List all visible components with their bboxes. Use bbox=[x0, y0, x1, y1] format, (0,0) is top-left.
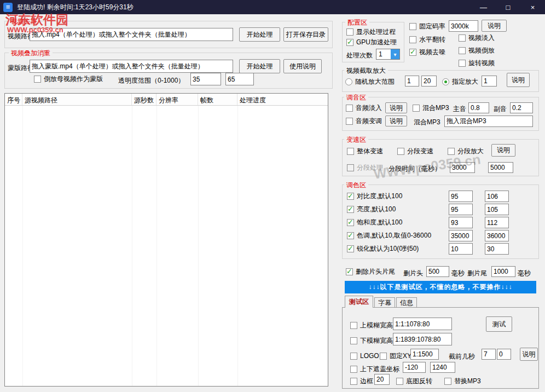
fixed-bitrate-checkbox[interactable]: 固定码率 bbox=[409, 22, 445, 31]
checkbox-box[interactable] bbox=[459, 34, 466, 42]
checkbox-box[interactable] bbox=[448, 148, 455, 155]
radio-circle[interactable] bbox=[442, 78, 449, 85]
cover-coord-input-1[interactable] bbox=[403, 362, 426, 373]
bitrate-help-button[interactable]: 说明 bbox=[482, 20, 507, 32]
checkbox-box[interactable] bbox=[346, 105, 353, 112]
opacity-max-input[interactable] bbox=[225, 73, 254, 85]
audio-fadein-checkbox[interactable]: 音频淡入 bbox=[346, 103, 382, 112]
checkbox-box[interactable] bbox=[350, 353, 357, 360]
random-zoom-min-input[interactable] bbox=[405, 76, 419, 87]
main-volume-input[interactable] bbox=[468, 102, 489, 113]
segment-speed-checkbox[interactable]: 分段变速 bbox=[397, 147, 433, 155]
cut-seconds-input-1[interactable] bbox=[482, 349, 496, 360]
test-button[interactable]: 测试 bbox=[486, 316, 512, 332]
checkbox-box[interactable] bbox=[409, 23, 416, 30]
hue-min-input[interactable] bbox=[449, 230, 473, 241]
flip-bg-checkbox[interactable]: 底图反转 bbox=[396, 377, 432, 385]
gpu-accel-checkbox[interactable]: GPU加速处理 bbox=[346, 38, 397, 47]
hue-max-input[interactable] bbox=[485, 230, 509, 241]
checkbox-box[interactable] bbox=[347, 232, 354, 239]
video-reverse-checkbox[interactable]: 视频倒放 bbox=[459, 46, 495, 55]
saturation-checkbox[interactable]: 饱和度,默认100 bbox=[347, 218, 402, 227]
audio-pitch-checkbox[interactable]: 音频变调 bbox=[346, 117, 382, 125]
checkbox-box[interactable] bbox=[347, 219, 354, 226]
segment-time-max-input[interactable] bbox=[488, 162, 513, 173]
checkbox-box[interactable] bbox=[350, 378, 357, 385]
trim-checkbox[interactable]: 删除片头片尾 bbox=[346, 267, 395, 276]
sub-volume-input[interactable] bbox=[510, 102, 533, 113]
checkbox-box[interactable] bbox=[347, 148, 354, 155]
tab-info[interactable]: 信息 bbox=[396, 297, 417, 308]
video-fadein-checkbox[interactable]: 视频淡入 bbox=[459, 33, 495, 42]
video-rotate-checkbox[interactable]: 旋转视频 bbox=[459, 59, 495, 67]
radio-circle[interactable] bbox=[345, 78, 352, 85]
app-menu-icon[interactable]: ≡ bbox=[3, 3, 13, 12]
chevron-down-icon[interactable]: ▾ bbox=[391, 49, 399, 59]
overlay-help-button[interactable]: 使用说明 bbox=[283, 59, 322, 73]
audio-pitch-help-button[interactable]: 说明 bbox=[385, 116, 407, 126]
checkbox-box[interactable] bbox=[459, 60, 466, 67]
close-button[interactable]: × bbox=[520, 0, 545, 14]
speed-help-button[interactable]: 说明 bbox=[491, 144, 515, 157]
hflip-checkbox[interactable]: 水平翻转 bbox=[409, 35, 445, 44]
logo-checkbox[interactable]: LOGO bbox=[350, 351, 379, 360]
checkbox-box[interactable] bbox=[409, 36, 416, 43]
brightness-max-input[interactable] bbox=[485, 204, 509, 215]
dedupe-start-button[interactable]: 开始处理 bbox=[239, 27, 280, 42]
segment-process-checkbox[interactable]: 分段处理 bbox=[347, 163, 383, 172]
checkbox-box[interactable] bbox=[346, 39, 353, 46]
checkbox-box[interactable] bbox=[397, 148, 404, 155]
whole-speed-checkbox[interactable]: 整体变速 bbox=[347, 147, 383, 155]
checkbox-box[interactable] bbox=[346, 268, 353, 275]
saturation-max-input[interactable] bbox=[485, 217, 509, 228]
reverse-mask-checkbox[interactable]: 倒放母视频作为蒙版 bbox=[34, 74, 103, 83]
checkbox-box[interactable] bbox=[409, 49, 416, 56]
top-blur-input[interactable] bbox=[393, 318, 452, 330]
fixed-zoom-radio[interactable]: 指定放大 bbox=[442, 77, 478, 86]
logo-help-button[interactable]: 说明 bbox=[520, 348, 538, 361]
checkbox-box[interactable] bbox=[347, 245, 354, 252]
opacity-min-input[interactable] bbox=[190, 73, 221, 85]
cover-coord-input-2[interactable] bbox=[430, 362, 455, 373]
fixed-xy-checkbox[interactable]: 固定XY bbox=[380, 351, 411, 360]
col-header-path[interactable]: 源视频路径 bbox=[22, 94, 132, 105]
checkbox-box[interactable] bbox=[380, 353, 387, 360]
video-path-input[interactable] bbox=[30, 28, 233, 41]
checkbox-box[interactable] bbox=[347, 206, 354, 213]
random-zoom-max-input[interactable] bbox=[421, 76, 437, 87]
audio-fadein-help-button[interactable]: 说明 bbox=[385, 102, 407, 113]
tab-test[interactable]: 测试区 bbox=[345, 296, 373, 308]
bottom-blur-input[interactable] bbox=[393, 333, 452, 345]
brightness-checkbox[interactable]: 亮度,默认100 bbox=[347, 205, 396, 214]
brightness-min-input[interactable] bbox=[449, 204, 473, 215]
fixed-zoom-input[interactable] bbox=[482, 76, 497, 87]
checkbox-box[interactable] bbox=[350, 366, 357, 373]
checkbox-box[interactable] bbox=[396, 378, 403, 385]
show-process-checkbox[interactable]: 显示处理过程 bbox=[346, 27, 396, 36]
checkbox-box[interactable] bbox=[347, 164, 354, 171]
checkbox-box[interactable] bbox=[34, 76, 41, 83]
checkbox-box[interactable] bbox=[350, 322, 357, 329]
saturation-min-input[interactable] bbox=[449, 217, 473, 228]
logo-input[interactable] bbox=[410, 349, 439, 360]
checkbox-box[interactable] bbox=[413, 105, 420, 112]
open-save-dir-button[interactable]: 打开保存目录 bbox=[283, 27, 328, 42]
sharpen-checkbox[interactable]: 锐化默认为10(0到50) bbox=[347, 244, 419, 253]
border-checkbox[interactable]: 边框 bbox=[350, 377, 373, 385]
denoise-checkbox[interactable]: 视频去噪 bbox=[409, 48, 445, 56]
maximize-button[interactable]: □ bbox=[496, 0, 520, 14]
col-header-progress[interactable]: 处理进度 bbox=[237, 94, 328, 105]
bottom-blur-checkbox[interactable]: 下模糊宽高 bbox=[350, 336, 393, 345]
mix-mp3-checkbox[interactable]: 混合MP3 bbox=[413, 103, 449, 112]
bitrate-input[interactable] bbox=[449, 20, 478, 32]
checkbox-box[interactable] bbox=[346, 118, 353, 125]
zoom-help-button[interactable]: 说明 bbox=[507, 73, 530, 87]
random-zoom-radio[interactable]: 随机放大范围 bbox=[345, 77, 395, 86]
video-list-table[interactable]: 序号 源视频路径 源秒数 分辨率 帧数 处理进度 bbox=[4, 93, 328, 387]
sharpen-min-input[interactable] bbox=[449, 243, 473, 255]
top-blur-checkbox[interactable]: 上模糊宽高 bbox=[350, 321, 393, 330]
replace-mp3-checkbox[interactable]: 替换MP3 bbox=[444, 377, 481, 385]
contrast-min-input[interactable] bbox=[449, 191, 473, 202]
checkbox-box[interactable] bbox=[444, 378, 451, 385]
checkbox-box[interactable] bbox=[347, 193, 354, 200]
